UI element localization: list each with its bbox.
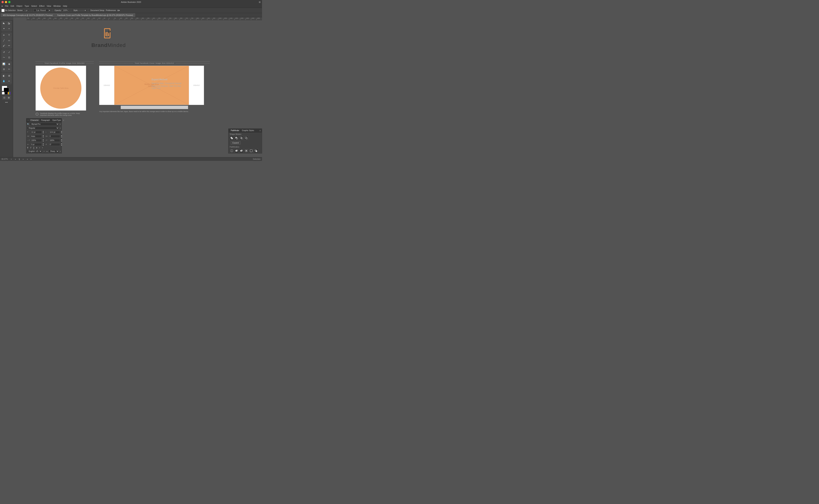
- selection-tool[interactable]: [1, 21, 6, 26]
- line-tool[interactable]: ╱: [1, 38, 6, 43]
- stroke-weight-control[interactable]: 3 pt. Round ▾: [33, 9, 50, 12]
- merge-btn[interactable]: [239, 149, 243, 153]
- lasso-tool[interactable]: ⌖: [7, 26, 12, 31]
- pencil-tool[interactable]: ✏: [7, 43, 12, 48]
- tracking-input[interactable]: [49, 135, 60, 138]
- h-scale-stepper[interactable]: ▲▼: [42, 139, 44, 142]
- italic-btn[interactable]: T: [30, 147, 31, 149]
- h-scale-input[interactable]: [30, 139, 42, 142]
- font-style-select[interactable]: Regular: [27, 126, 59, 130]
- symbol-tool[interactable]: ◉: [7, 62, 12, 66]
- expand-button[interactable]: Expand: [231, 141, 240, 144]
- page-nav-prev2[interactable]: ◂: [27, 158, 28, 160]
- tab-opentype[interactable]: OpenType: [51, 119, 62, 122]
- none-swatch[interactable]: [2, 92, 4, 94]
- menu-file[interactable]: File: [5, 5, 8, 7]
- blend-tool[interactable]: ∞: [7, 79, 12, 83]
- v-scale-stepper[interactable]: ▲▼: [61, 139, 62, 142]
- zoom-view-btn[interactable]: ⊞: [7, 96, 11, 100]
- tab-facebook[interactable]: Facebook Cover and Profile Template by B…: [55, 13, 135, 17]
- language-select[interactable]: English: USA: [27, 150, 42, 153]
- font-size-input[interactable]: [30, 131, 42, 134]
- pathfinder-menu-icon[interactable]: ≡: [259, 129, 261, 132]
- trim-btn[interactable]: [234, 149, 239, 153]
- leading-input[interactable]: [49, 131, 60, 134]
- panel-close-btn[interactable]: ×: [28, 119, 29, 121]
- baseline-stepper[interactable]: ▲▼: [42, 143, 44, 146]
- arrange-icon[interactable]: ⊞▾: [117, 9, 120, 11]
- type-tool[interactable]: T: [7, 33, 12, 38]
- menu-effect[interactable]: Effect: [39, 5, 45, 7]
- menu-window[interactable]: Window: [53, 5, 61, 7]
- artboard-tool[interactable]: ⊟: [1, 67, 6, 72]
- rotate-tool[interactable]: ↺: [1, 50, 6, 55]
- style-box[interactable]: [79, 10, 84, 11]
- divide-btn[interactable]: [230, 149, 234, 153]
- black-swatch[interactable]: [5, 92, 7, 94]
- tab-graphic-styles[interactable]: Graphic Styles: [241, 129, 255, 132]
- close-button[interactable]: [1, 1, 4, 3]
- direct-selection-tool[interactable]: [7, 21, 12, 26]
- page-nav-next2[interactable]: ▸: [31, 158, 32, 160]
- menu-select[interactable]: Select: [31, 5, 37, 7]
- menu-edit[interactable]: Edit: [10, 5, 14, 7]
- graph-tool[interactable]: 📊: [1, 62, 6, 66]
- superscript-btn[interactable]: T: [39, 147, 40, 149]
- tab-homepage[interactable]: WS Homepage Concepts.ai @ 16.67% (RGB/GP…: [1, 13, 55, 17]
- pen-tool[interactable]: ✒: [1, 33, 6, 38]
- slice-tool[interactable]: ✄: [7, 67, 12, 72]
- font-family-select[interactable]: Myriad Pro: [30, 123, 59, 126]
- minus-back-btn[interactable]: [254, 149, 258, 153]
- tracking-stepper[interactable]: ▲▼: [61, 135, 62, 138]
- color-swatch[interactable]: [8, 92, 10, 94]
- crop-btn[interactable]: [244, 149, 248, 153]
- more-tools-btn[interactable]: •••: [5, 101, 8, 104]
- warp-tool[interactable]: 〜: [1, 55, 6, 60]
- opacity-value[interactable]: 100%: [62, 9, 69, 12]
- apple-menu[interactable]: ●: [1, 5, 3, 7]
- nav-prev[interactable]: ◂: [15, 158, 16, 160]
- leading-stepper[interactable]: ▲▼: [61, 130, 62, 134]
- panel-menu-icon[interactable]: ≡: [63, 119, 64, 122]
- rotation-input[interactable]: [49, 143, 60, 146]
- minus-front-btn[interactable]: [234, 136, 239, 140]
- document-setup-btn[interactable]: Document Setup: [90, 9, 104, 11]
- free-transform-tool[interactable]: ⊡: [7, 55, 12, 60]
- gradient-tool[interactable]: ◧: [1, 73, 6, 78]
- bold-btn[interactable]: T: [27, 147, 28, 149]
- menu-view[interactable]: View: [47, 5, 51, 7]
- anti-alias-select[interactable]: Sharp: [49, 150, 59, 153]
- subscript-btn[interactable]: T: [42, 147, 43, 149]
- menu-type[interactable]: Type: [25, 5, 29, 7]
- screen-mode-btn[interactable]: ⊡: [2, 96, 6, 100]
- tab-paragraph[interactable]: Paragraph: [40, 119, 51, 122]
- mesh-tool[interactable]: ⊞: [7, 73, 12, 78]
- stroke-weight-box[interactable]: 3 pt. Round: [33, 9, 48, 12]
- menu-help[interactable]: Help: [63, 5, 67, 7]
- baseline-input[interactable]: [30, 143, 42, 146]
- stroke-value[interactable]: 1 pt: [23, 9, 29, 12]
- eyedropper-tool[interactable]: 💧: [1, 79, 6, 83]
- tab-character[interactable]: Character: [29, 119, 40, 122]
- tab-pathfinder[interactable]: Pathfinder: [230, 129, 240, 132]
- zoom-dropdown[interactable]: ▾: [11, 158, 12, 160]
- preferences-btn[interactable]: Preferences: [106, 9, 116, 11]
- v-scale-input[interactable]: [49, 139, 60, 142]
- rotation-stepper[interactable]: ▲▼: [61, 143, 62, 146]
- fill-swatch[interactable]: [1, 9, 4, 12]
- exclude-btn[interactable]: [244, 136, 248, 140]
- unite-btn[interactable]: [230, 136, 234, 140]
- kerning-input[interactable]: [30, 135, 42, 138]
- size-stepper-up[interactable]: ▲▼: [42, 130, 44, 134]
- magic-wand-tool[interactable]: ✦: [1, 26, 6, 31]
- nav-next[interactable]: ▸: [23, 158, 24, 160]
- fullscreen-button[interactable]: [8, 1, 10, 3]
- underline-btn[interactable]: T: [33, 147, 34, 149]
- paintbrush-tool[interactable]: 🖌: [1, 43, 6, 48]
- canvas-area[interactable]: B P BrandMinded Facebook Social Template…: [13, 20, 262, 157]
- menu-object[interactable]: Object: [16, 5, 22, 7]
- kerning-stepper[interactable]: ▲▼: [42, 135, 44, 138]
- color-swatch-area[interactable]: [2, 86, 11, 94]
- intersect-btn[interactable]: [239, 136, 243, 140]
- rect-tool[interactable]: ▭: [7, 38, 12, 43]
